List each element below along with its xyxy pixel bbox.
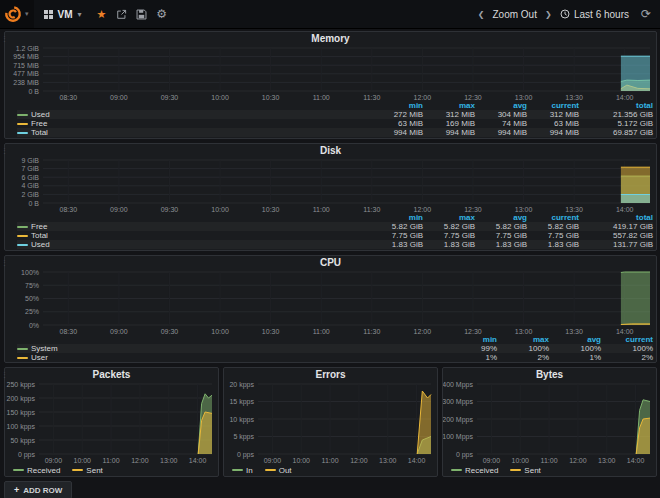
legend-value: 1.83 GiB xyxy=(423,240,475,249)
legend-col-min[interactable]: min xyxy=(371,101,423,110)
bottom-panel-row: ⋮ Packets250 kpps200 kpps150 kpps100 kpp… xyxy=(4,367,657,477)
legend-value: 74 MiB xyxy=(475,119,527,128)
packets-graph-canvas[interactable]: 250 kpps200 kpps150 kpps100 kpps50 kpps0… xyxy=(5,381,218,464)
x-axis-tick: 10:00 xyxy=(211,94,229,101)
legend-col-total[interactable]: total xyxy=(579,213,653,222)
grafana-logo-button[interactable]: ▾ xyxy=(0,0,34,28)
panel-title[interactable]: Memory xyxy=(5,32,656,45)
series-color-swatch xyxy=(72,469,83,471)
packets-graph[interactable]: 250 kpps200 kpps150 kpps100 kpps50 kpps0… xyxy=(5,381,218,464)
legend-series-total[interactable]: Total xyxy=(17,231,371,240)
disk-graph[interactable]: 9 GiB7 GiB6 GiB4 GiB2 GiB0 B08:3009:0009… xyxy=(5,157,656,213)
legend-col-max[interactable]: max xyxy=(423,101,475,110)
series-color-swatch xyxy=(451,469,462,471)
star-button[interactable]: ★ xyxy=(92,0,112,28)
save-button[interactable] xyxy=(132,0,152,28)
add-row-button[interactable]: + ADD ROW xyxy=(4,481,72,498)
cpu-graph[interactable]: 100%75%50%25%0%08:3009:0009:3010:0010:30… xyxy=(5,269,656,335)
time-range-button[interactable]: Last 6 hours xyxy=(555,0,634,28)
legend-series-received[interactable]: Received xyxy=(13,466,60,475)
legend-col-avg[interactable]: avg xyxy=(475,213,527,222)
legend-series-free[interactable]: Free xyxy=(17,119,371,128)
series-color-swatch xyxy=(17,226,28,228)
zoom-out-button[interactable]: Zoom Out xyxy=(487,0,541,28)
settings-button[interactable]: ⚙ xyxy=(152,0,172,28)
legend-series-label: Total xyxy=(31,128,48,137)
row-drag-handle[interactable]: ⋮ xyxy=(1,147,8,154)
legend-series-sent[interactable]: Sent xyxy=(510,466,540,475)
panel-title[interactable]: Packets xyxy=(5,368,218,381)
errors-graph[interactable]: 20 kpps15 kpps10 kpps5 kpps0 pps09:0010:… xyxy=(224,381,437,464)
legend-series-received[interactable]: Received xyxy=(451,466,498,475)
panel-title[interactable]: CPU xyxy=(5,256,656,269)
legend-series-in[interactable]: In xyxy=(232,466,253,475)
legend-series-sent[interactable]: Sent xyxy=(72,466,102,475)
legend-series-used[interactable]: Used xyxy=(17,240,371,249)
time-forward-button[interactable]: ❯ xyxy=(542,0,555,28)
panel-title[interactable]: Disk xyxy=(5,144,656,157)
y-axis-tick: 4 GiB xyxy=(21,182,39,189)
panel-title[interactable]: Errors xyxy=(224,368,437,381)
y-axis-tick: 100 Mpps xyxy=(443,433,473,441)
legend: ReceivedSent xyxy=(443,464,656,476)
legend-col-avg[interactable]: avg xyxy=(475,101,527,110)
errors-graph-canvas[interactable]: 20 kpps15 kpps10 kpps5 kpps0 pps09:0010:… xyxy=(224,381,437,464)
legend-series-system[interactable]: System xyxy=(17,344,445,353)
legend-series-label: Received xyxy=(465,466,498,475)
legend-series-total[interactable]: Total xyxy=(17,128,371,137)
y-axis-tick: 5 kpps xyxy=(233,433,254,441)
legend-value: 5.82 GiB xyxy=(371,222,423,231)
legend-series-user[interactable]: User xyxy=(17,353,445,362)
x-axis-tick: 08:30 xyxy=(60,94,78,101)
share-icon xyxy=(116,9,127,20)
disk-graph-canvas[interactable]: 9 GiB7 GiB6 GiB4 GiB2 GiB0 B08:3009:0009… xyxy=(5,157,656,213)
x-axis-tick: 11:30 xyxy=(363,94,380,101)
legend-value: 63 MiB xyxy=(527,119,579,128)
refresh-button[interactable]: ⟳ xyxy=(636,0,656,28)
y-axis-tick: 0 pps xyxy=(456,451,474,459)
legend-value: 1.83 GiB xyxy=(527,240,579,249)
dashboard-picker[interactable]: VM ▾ xyxy=(34,0,92,28)
legend-series-out[interactable]: Out xyxy=(265,466,292,475)
row-drag-handle[interactable]: ⋮ xyxy=(1,259,8,266)
legend-col-min[interactable]: min xyxy=(371,213,423,222)
x-axis-tick: 14:00 xyxy=(408,457,426,464)
legend-col-max[interactable]: max xyxy=(497,335,549,344)
panel-title[interactable]: Bytes xyxy=(443,368,656,381)
legend-value: 7.75 GiB xyxy=(371,231,423,240)
legend-series-label: System xyxy=(31,344,58,353)
legend-series-label: Used xyxy=(31,110,50,119)
y-axis-tick: 1.2 GiB xyxy=(16,45,40,52)
share-button[interactable] xyxy=(112,0,132,28)
time-back-button[interactable]: ❮ xyxy=(474,0,487,28)
legend-row: Used1.83 GiB1.83 GiB1.83 GiB1.83 GiB131.… xyxy=(17,240,653,249)
series-color-swatch xyxy=(265,469,276,471)
legend-col-current[interactable]: current xyxy=(601,335,653,344)
row-drag-handle[interactable]: ⋮ xyxy=(1,35,8,42)
x-axis-tick: 10:30 xyxy=(262,328,280,335)
legend-col-max[interactable]: max xyxy=(423,213,475,222)
legend-series-free[interactable]: Free xyxy=(17,222,371,231)
x-axis-tick: 13:00 xyxy=(598,457,616,464)
x-axis-tick: 13:30 xyxy=(565,94,583,101)
x-axis-tick: 12:00 xyxy=(414,94,432,101)
y-axis-tick: 150 kpps xyxy=(7,409,36,417)
memory-graph[interactable]: 1.2 GiB954 MiB715 MiB477 MiB238 MiB0 B08… xyxy=(5,45,656,101)
legend-col-avg[interactable]: avg xyxy=(549,335,601,344)
row-drag-handle[interactable]: ⋮ xyxy=(1,371,8,378)
y-axis-tick: 0% xyxy=(29,322,39,329)
bytes-graph[interactable]: 400 Mpps300 Mpps200 Mpps100 Mpps0 pps09:… xyxy=(443,381,656,464)
legend-col-total[interactable]: total xyxy=(579,101,653,110)
series-color-swatch xyxy=(17,244,28,246)
y-axis-tick: 0 pps xyxy=(237,451,255,459)
bytes-graph-canvas[interactable]: 400 Mpps300 Mpps200 Mpps100 Mpps0 pps09:… xyxy=(443,381,656,464)
cpu-graph-canvas[interactable]: 100%75%50%25%0%08:3009:0009:3010:0010:30… xyxy=(5,269,656,335)
legend-col-min[interactable]: min xyxy=(445,335,497,344)
memory-graph-canvas[interactable]: 1.2 GiB954 MiB715 MiB477 MiB238 MiB0 B08… xyxy=(5,45,656,101)
x-axis-tick: 09:00 xyxy=(483,457,501,464)
legend-series-used[interactable]: Used xyxy=(17,110,371,119)
legend-value: 1.83 GiB xyxy=(371,240,423,249)
legend-col-current[interactable]: current xyxy=(527,101,579,110)
legend-col-current[interactable]: current xyxy=(527,213,579,222)
series-color-swatch xyxy=(17,235,28,237)
